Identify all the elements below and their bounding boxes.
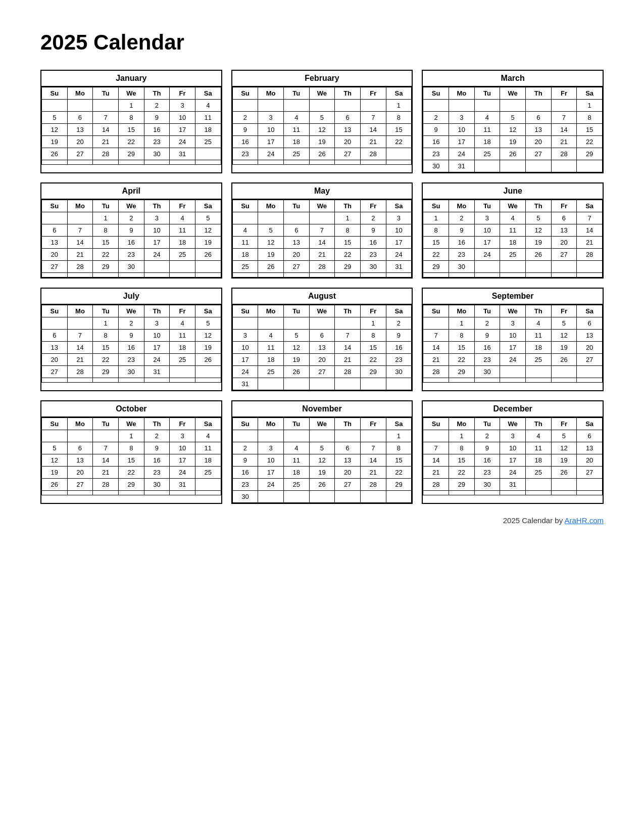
day-cell: 20 — [283, 249, 309, 261]
day-cell: 3 — [449, 112, 474, 124]
day-header: Fr — [360, 87, 386, 100]
day-cell — [195, 160, 221, 165]
table-row — [232, 160, 412, 165]
day-cell: 2 — [232, 442, 258, 454]
day-cell: 16 — [474, 454, 500, 467]
day-cell: 6 — [525, 112, 551, 124]
month-title: June — [423, 183, 603, 200]
day-cell — [195, 479, 221, 491]
day-cell — [525, 378, 551, 383]
day-header: We — [309, 305, 335, 317]
day-cell: 11 — [500, 224, 526, 237]
day-cell: 2 — [118, 317, 144, 330]
day-cell: 18 — [474, 136, 500, 148]
day-header: Fr — [551, 418, 577, 430]
day-header: Su — [232, 305, 258, 317]
day-cell: 21 — [360, 136, 386, 148]
day-cell: 17 — [258, 467, 284, 479]
day-header: Tu — [93, 418, 119, 430]
day-cell: 22 — [386, 467, 412, 479]
table-row: 78910111213 — [423, 442, 603, 454]
day-cell: 12 — [258, 237, 284, 249]
day-cell: 24 — [232, 366, 258, 378]
day-cell — [335, 100, 361, 112]
day-cell: 28 — [360, 148, 386, 160]
month-table: SuMoTuWeThFrSa12345678910111213141516171… — [232, 87, 412, 165]
day-header: Su — [232, 87, 258, 100]
day-cell: 21 — [423, 354, 449, 366]
day-cell: 20 — [42, 354, 68, 366]
day-cell: 6 — [67, 112, 93, 124]
day-cell — [386, 273, 412, 277]
table-row: 24252627282930 — [232, 366, 412, 378]
day-cell — [283, 100, 309, 112]
day-cell — [118, 160, 144, 165]
day-cell: 4 — [232, 224, 258, 237]
table-row: 123456 — [423, 317, 603, 330]
day-cell: 15 — [93, 237, 119, 249]
day-cell — [386, 160, 412, 165]
day-cell: 27 — [42, 366, 68, 378]
day-cell: 3 — [500, 317, 526, 330]
day-cell: 21 — [423, 467, 449, 479]
day-cell: 17 — [386, 237, 412, 249]
day-cell: 5 — [195, 317, 221, 330]
day-cell: 23 — [474, 467, 500, 479]
day-cell: 12 — [283, 342, 309, 354]
day-header: Tu — [283, 305, 309, 317]
day-cell — [309, 491, 335, 503]
day-cell — [258, 100, 284, 112]
day-cell — [474, 100, 500, 112]
day-cell — [360, 273, 386, 277]
table-row: 19202122232425 — [42, 136, 221, 148]
table-row — [42, 273, 221, 277]
day-cell: 13 — [577, 330, 603, 342]
month-table: SuMoTuWeThFrSa12345678910111213141516171… — [232, 200, 412, 277]
day-cell — [500, 378, 526, 383]
day-cell: 22 — [93, 354, 119, 366]
day-cell — [93, 491, 119, 495]
day-cell: 10 — [386, 224, 412, 237]
day-header: Sa — [386, 418, 412, 430]
table-row: 6789101112 — [42, 224, 221, 237]
day-header: Mo — [258, 305, 284, 317]
day-cell: 14 — [335, 342, 361, 354]
day-cell: 26 — [525, 249, 551, 261]
day-cell: 9 — [423, 124, 449, 136]
day-cell — [232, 273, 258, 277]
day-cell: 4 — [283, 112, 309, 124]
day-cell — [42, 100, 68, 112]
day-cell: 7 — [67, 224, 93, 237]
table-row: 1 — [232, 430, 412, 442]
footer-link[interactable]: AraHR.com — [564, 516, 604, 525]
day-header: We — [309, 87, 335, 100]
day-cell: 18 — [283, 467, 309, 479]
table-row: 31 — [232, 378, 412, 390]
month-table: SuMoTuWeThFrSa12345678910111213141516171… — [423, 418, 603, 495]
day-cell: 15 — [360, 342, 386, 354]
table-row — [423, 378, 603, 383]
day-cell — [335, 273, 361, 277]
day-cell: 18 — [283, 136, 309, 148]
month-title: November — [232, 401, 412, 418]
day-cell: 18 — [195, 124, 221, 136]
footer: 2025 Calendar by AraHR.com — [40, 516, 604, 525]
day-cell: 26 — [309, 479, 335, 491]
day-cell: 16 — [232, 136, 258, 148]
day-header: Sa — [386, 200, 412, 212]
day-cell: 12 — [525, 224, 551, 237]
day-cell — [500, 261, 526, 273]
day-cell: 31 — [500, 479, 526, 491]
day-header: Th — [144, 87, 170, 100]
day-header: Mo — [67, 87, 93, 100]
month-title: October — [41, 401, 221, 418]
day-cell: 13 — [551, 224, 577, 237]
day-cell: 11 — [232, 237, 258, 249]
month-february: FebruarySuMoTuWeThFrSa123456789101112131… — [231, 70, 413, 173]
day-header: Fr — [170, 87, 195, 100]
day-header: Mo — [67, 200, 93, 212]
day-cell: 25 — [525, 354, 551, 366]
day-header: Tu — [474, 200, 500, 212]
day-cell — [67, 160, 93, 165]
day-cell — [170, 261, 195, 273]
